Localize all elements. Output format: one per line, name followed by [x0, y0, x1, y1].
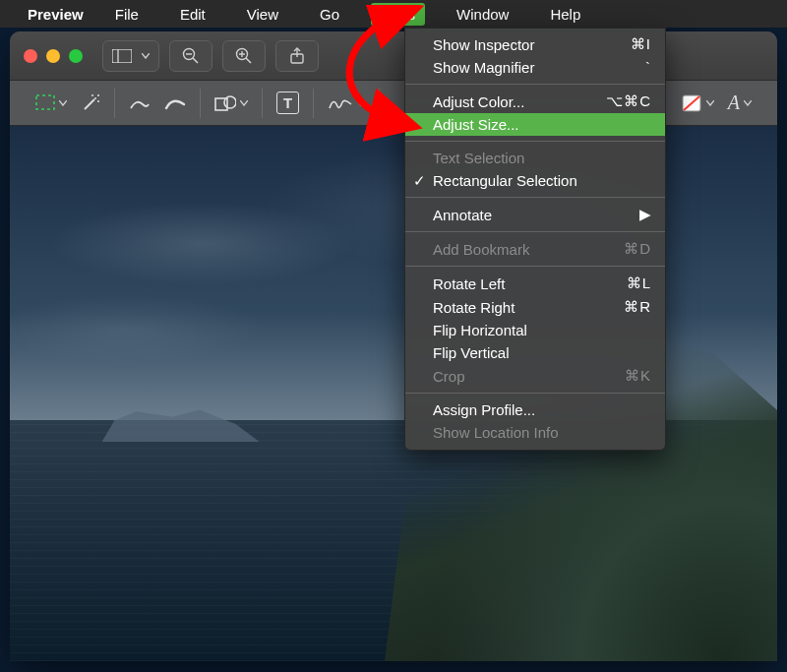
menu-item-label: Crop [433, 368, 465, 385]
menu-separator [405, 393, 665, 394]
selection-icon [35, 94, 55, 112]
sign-tool[interactable] [328, 94, 365, 112]
menu-view[interactable]: View [237, 3, 288, 26]
menu-separator [405, 231, 665, 232]
border-color-tool[interactable] [681, 93, 714, 113]
chevron-down-icon [59, 100, 67, 106]
svg-rect-0 [112, 49, 132, 63]
chevron-down-icon [744, 100, 752, 106]
menu-item-crop: Crop ⌘K [405, 364, 665, 388]
signature-icon [328, 94, 353, 112]
menu-separator [405, 197, 665, 198]
menu-item-rect-selection[interactable]: ✓ Rectangular Selection [405, 169, 665, 192]
menu-item-label: Flip Vertical [433, 344, 510, 361]
menu-item-text-selection: Text Selection [405, 147, 665, 169]
menu-item-label: Show Magnifier [433, 59, 534, 76]
submenu-arrow-icon: ▶ [639, 206, 651, 223]
svg-point-13 [94, 97, 96, 99]
menubar-app-name[interactable]: Preview [28, 6, 84, 23]
svg-point-15 [91, 94, 93, 96]
menu-item-label: Show Inspector [433, 36, 534, 53]
window-zoom-button[interactable] [69, 49, 83, 63]
zoom-out-icon [182, 47, 200, 65]
menu-item-label: Annotate [433, 207, 492, 223]
menu-item-flip-vertical[interactable]: Flip Vertical [405, 341, 665, 364]
zoom-in-icon [235, 47, 253, 65]
system-menubar: Preview File Edit View Go Tools Window H… [0, 0, 787, 28]
shortcut-label: ⌘I [611, 35, 651, 53]
chevron-down-icon [706, 100, 714, 106]
shortcut-label: ` [626, 59, 651, 76]
menu-item-label: Rotate Right [433, 299, 515, 316]
no-fill-icon [681, 93, 702, 113]
svg-rect-11 [36, 95, 54, 109]
menu-window[interactable]: Window [447, 3, 518, 26]
svg-line-3 [193, 58, 198, 63]
text-style-tool[interactable]: A [728, 92, 752, 114]
shortcut-label: ⌘D [604, 240, 651, 258]
menu-item-adjust-size[interactable]: Adjust Size... [405, 113, 665, 136]
menu-file[interactable]: File [105, 3, 149, 26]
menu-item-show-magnifier[interactable]: Show Magnifier ` [405, 56, 665, 79]
sketch-tool[interactable] [129, 94, 151, 112]
menu-item-label: Rotate Left [433, 275, 505, 292]
rect-select-tool[interactable] [35, 94, 67, 112]
menu-go[interactable]: Go [310, 3, 349, 26]
svg-line-6 [246, 58, 251, 63]
shortcut-label: ⌘L [607, 275, 651, 292]
brush-icon [164, 94, 186, 112]
zoom-in-button[interactable] [222, 40, 266, 72]
draw-tool[interactable] [164, 94, 186, 112]
text-tool[interactable]: T [276, 92, 299, 114]
menu-separator [405, 266, 665, 267]
instant-alpha-tool[interactable] [81, 93, 100, 113]
menu-item-label: Adjust Size... [433, 116, 519, 133]
chevron-down-icon [142, 53, 150, 59]
menu-tools[interactable]: Tools [371, 3, 425, 26]
shortcut-label: ⌘K [605, 367, 651, 385]
shapes-tool[interactable] [214, 94, 248, 112]
menu-item-rotate-left[interactable]: Rotate Left ⌘L [405, 272, 665, 295]
chevron-down-icon [240, 100, 248, 106]
window-minimize-button[interactable] [46, 49, 60, 63]
menu-item-adjust-color[interactable]: Adjust Color... ⌥⌘C [405, 90, 665, 113]
menu-item-show-location-info: Show Location Info [405, 421, 665, 444]
svg-line-12 [85, 99, 94, 109]
menu-item-show-inspector[interactable]: Show Inspector ⌘I [405, 32, 665, 56]
shortcut-label: ⌥⌘C [586, 92, 651, 110]
menu-separator [405, 84, 665, 85]
menu-item-add-bookmark: Add Bookmark ⌘D [405, 237, 665, 261]
menu-item-label: Add Bookmark [433, 241, 529, 258]
menu-item-rotate-right[interactable]: Rotate Right ⌘R [405, 295, 665, 319]
svg-point-16 [97, 94, 99, 96]
menu-item-label: Flip Horizontal [433, 322, 527, 338]
menu-item-assign-profile[interactable]: Assign Profile... [405, 398, 665, 421]
shapes-icon [214, 94, 236, 112]
window-traffic-lights [24, 49, 83, 63]
share-button[interactable] [275, 40, 319, 72]
share-icon [289, 47, 305, 65]
sidebar-icon [112, 49, 132, 63]
tools-menu-dropdown: Show Inspector ⌘I Show Magnifier ` Adjus… [404, 28, 666, 451]
menu-item-label: Rectangular Selection [433, 172, 577, 189]
pencil-tip-icon [129, 94, 151, 112]
svg-point-18 [224, 96, 236, 108]
shortcut-label: ⌘R [604, 298, 651, 316]
menu-item-annotate[interactable]: Annotate ▶ [405, 203, 665, 226]
menu-edit[interactable]: Edit [170, 3, 215, 26]
checkmark-icon: ✓ [413, 172, 426, 190]
magic-wand-icon [81, 93, 100, 113]
menu-item-label: Show Location Info [433, 424, 559, 441]
window-close-button[interactable] [24, 49, 37, 63]
menu-item-label: Assign Profile... [433, 401, 535, 418]
menu-item-flip-horizontal[interactable]: Flip Horizontal [405, 319, 665, 341]
menu-item-label: Adjust Color... [433, 93, 524, 110]
svg-point-14 [97, 100, 99, 102]
zoom-out-button[interactable] [169, 40, 212, 72]
menu-separator [405, 141, 665, 142]
chevron-down-icon [357, 100, 365, 106]
menu-help[interactable]: Help [540, 3, 590, 26]
menu-item-label: Text Selection [433, 150, 524, 166]
sidebar-view-button[interactable] [102, 40, 159, 72]
